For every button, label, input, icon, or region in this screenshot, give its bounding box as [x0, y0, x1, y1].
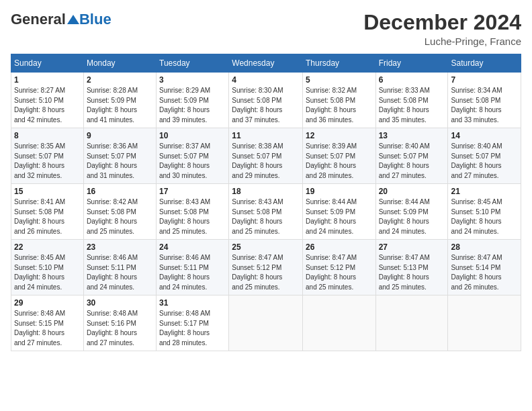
calendar-cell: 18Sunrise: 8:43 AM Sunset: 5:08 PM Dayli… — [229, 184, 303, 240]
calendar-cell: 12Sunrise: 8:39 AM Sunset: 5:07 PM Dayli… — [303, 128, 376, 184]
weekday-header: Monday — [83, 54, 156, 73]
calendar-cell: 15Sunrise: 8:41 AM Sunset: 5:08 PM Dayli… — [11, 184, 84, 240]
title-block: December 2024 Luche-Pringe, France — [363, 11, 521, 47]
weekday-header: Tuesday — [157, 54, 229, 73]
day-detail: Sunrise: 8:36 AM Sunset: 5:07 PM Dayligh… — [87, 142, 153, 181]
day-detail: Sunrise: 8:38 AM Sunset: 5:07 PM Dayligh… — [232, 142, 300, 181]
day-detail: Sunrise: 8:27 AM Sunset: 5:10 PM Dayligh… — [14, 86, 81, 125]
day-detail: Sunrise: 8:35 AM Sunset: 5:07 PM Dayligh… — [14, 142, 81, 181]
day-detail: Sunrise: 8:32 AM Sunset: 5:08 PM Dayligh… — [306, 86, 373, 125]
day-number: 3 — [159, 75, 226, 85]
day-detail: Sunrise: 8:39 AM Sunset: 5:07 PM Dayligh… — [306, 142, 373, 181]
day-number: 26 — [306, 242, 373, 252]
svg-marker-0 — [67, 15, 79, 24]
weekday-header: Sunday — [11, 54, 84, 73]
day-number: 24 — [159, 242, 226, 252]
day-number: 8 — [14, 131, 81, 140]
day-number: 23 — [87, 242, 153, 252]
day-detail: Sunrise: 8:43 AM Sunset: 5:08 PM Dayligh… — [232, 197, 300, 236]
calendar-cell: 3Sunrise: 8:29 AM Sunset: 5:09 PM Daylig… — [157, 73, 229, 128]
day-detail: Sunrise: 8:46 AM Sunset: 5:11 PM Dayligh… — [159, 253, 226, 292]
day-number: 19 — [306, 187, 373, 196]
logo-blue: Blue — [79, 11, 112, 28]
day-number: 30 — [87, 298, 153, 308]
day-number: 21 — [451, 187, 518, 196]
day-detail: Sunrise: 8:43 AM Sunset: 5:08 PM Dayligh… — [159, 197, 226, 236]
logo-text: General Blue — [11, 11, 112, 28]
month-title: December 2024 — [363, 11, 521, 34]
day-detail: Sunrise: 8:47 AM Sunset: 5:13 PM Dayligh… — [379, 253, 445, 292]
day-number: 27 — [379, 242, 445, 252]
calendar-cell: 1Sunrise: 8:27 AM Sunset: 5:10 PM Daylig… — [11, 73, 84, 128]
day-detail: Sunrise: 8:44 AM Sunset: 5:09 PM Dayligh… — [306, 197, 373, 236]
day-detail: Sunrise: 8:33 AM Sunset: 5:08 PM Dayligh… — [379, 86, 445, 125]
calendar-cell: 26Sunrise: 8:47 AM Sunset: 5:12 PM Dayli… — [303, 240, 376, 295]
calendar-cell: 27Sunrise: 8:47 AM Sunset: 5:13 PM Dayli… — [375, 240, 448, 295]
location: Luche-Pringe, France — [363, 36, 521, 47]
day-detail: Sunrise: 8:40 AM Sunset: 5:07 PM Dayligh… — [379, 142, 445, 181]
calendar-cell: 19Sunrise: 8:44 AM Sunset: 5:09 PM Dayli… — [303, 184, 376, 240]
day-number: 13 — [379, 131, 445, 140]
day-detail: Sunrise: 8:45 AM Sunset: 5:10 PM Dayligh… — [451, 197, 518, 236]
day-detail: Sunrise: 8:42 AM Sunset: 5:08 PM Dayligh… — [87, 197, 153, 236]
day-number: 22 — [14, 242, 81, 252]
day-detail: Sunrise: 8:29 AM Sunset: 5:09 PM Dayligh… — [159, 86, 226, 125]
calendar-cell: 10Sunrise: 8:37 AM Sunset: 5:07 PM Dayli… — [157, 128, 229, 184]
day-detail: Sunrise: 8:47 AM Sunset: 5:12 PM Dayligh… — [306, 253, 373, 292]
calendar-cell: 21Sunrise: 8:45 AM Sunset: 5:10 PM Dayli… — [448, 184, 521, 240]
calendar-cell: 20Sunrise: 8:44 AM Sunset: 5:09 PM Dayli… — [375, 184, 448, 240]
calendar-cell: 22Sunrise: 8:45 AM Sunset: 5:10 PM Dayli… — [11, 240, 84, 295]
day-number: 4 — [232, 75, 300, 85]
calendar-cell: 16Sunrise: 8:42 AM Sunset: 5:08 PM Dayli… — [83, 184, 156, 240]
day-detail: Sunrise: 8:47 AM Sunset: 5:12 PM Dayligh… — [232, 253, 300, 292]
calendar-cell: 8Sunrise: 8:35 AM Sunset: 5:07 PM Daylig… — [11, 128, 84, 184]
day-number: 15 — [14, 187, 81, 196]
calendar-cell: 2Sunrise: 8:28 AM Sunset: 5:09 PM Daylig… — [83, 73, 156, 128]
calendar-week-row: 29Sunrise: 8:48 AM Sunset: 5:15 PM Dayli… — [11, 295, 521, 351]
weekday-header: Saturday — [448, 54, 521, 73]
calendar-header-row: SundayMondayTuesdayWednesdayThursdayFrid… — [11, 54, 521, 73]
day-detail: Sunrise: 8:45 AM Sunset: 5:10 PM Dayligh… — [14, 253, 81, 292]
day-number: 2 — [87, 75, 153, 85]
calendar-table: SundayMondayTuesdayWednesdayThursdayFrid… — [11, 54, 521, 351]
day-number: 14 — [451, 131, 518, 140]
day-number: 5 — [306, 75, 373, 85]
day-detail: Sunrise: 8:41 AM Sunset: 5:08 PM Dayligh… — [14, 197, 81, 236]
day-number: 7 — [451, 75, 518, 85]
day-number: 10 — [159, 131, 226, 140]
day-detail: Sunrise: 8:48 AM Sunset: 5:17 PM Dayligh… — [159, 309, 226, 348]
calendar-cell — [448, 295, 521, 351]
day-detail: Sunrise: 8:46 AM Sunset: 5:11 PM Dayligh… — [87, 253, 153, 292]
calendar-cell: 17Sunrise: 8:43 AM Sunset: 5:08 PM Dayli… — [157, 184, 229, 240]
calendar-cell: 29Sunrise: 8:48 AM Sunset: 5:15 PM Dayli… — [11, 295, 84, 351]
calendar-cell: 5Sunrise: 8:32 AM Sunset: 5:08 PM Daylig… — [303, 73, 376, 128]
day-detail: Sunrise: 8:48 AM Sunset: 5:16 PM Dayligh… — [87, 309, 153, 348]
calendar-week-row: 15Sunrise: 8:41 AM Sunset: 5:08 PM Dayli… — [11, 184, 521, 240]
calendar-cell — [375, 295, 448, 351]
day-number: 11 — [232, 131, 300, 140]
day-number: 20 — [379, 187, 445, 196]
calendar-cell: 6Sunrise: 8:33 AM Sunset: 5:08 PM Daylig… — [375, 73, 448, 128]
day-number: 28 — [451, 242, 518, 252]
page-container: General Blue December 2024 Luche-Pringe,… — [0, 0, 532, 358]
calendar-cell: 4Sunrise: 8:30 AM Sunset: 5:08 PM Daylig… — [229, 73, 303, 128]
day-detail: Sunrise: 8:47 AM Sunset: 5:14 PM Dayligh… — [451, 253, 518, 292]
calendar-cell: 14Sunrise: 8:40 AM Sunset: 5:07 PM Dayli… — [448, 128, 521, 184]
day-number: 16 — [87, 187, 153, 196]
day-number: 25 — [232, 242, 300, 252]
calendar-week-row: 1Sunrise: 8:27 AM Sunset: 5:10 PM Daylig… — [11, 73, 521, 128]
weekday-header: Friday — [375, 54, 448, 73]
weekday-header: Thursday — [303, 54, 376, 73]
day-detail: Sunrise: 8:28 AM Sunset: 5:09 PM Dayligh… — [87, 86, 153, 125]
calendar-cell: 9Sunrise: 8:36 AM Sunset: 5:07 PM Daylig… — [83, 128, 156, 184]
day-number: 18 — [232, 187, 300, 196]
day-number: 1 — [14, 75, 81, 85]
day-number: 12 — [306, 131, 373, 140]
day-detail: Sunrise: 8:44 AM Sunset: 5:09 PM Dayligh… — [379, 197, 445, 236]
day-number: 9 — [87, 131, 153, 140]
calendar-cell — [303, 295, 376, 351]
day-detail: Sunrise: 8:48 AM Sunset: 5:15 PM Dayligh… — [14, 309, 81, 348]
day-number: 29 — [14, 298, 81, 308]
calendar-cell: 24Sunrise: 8:46 AM Sunset: 5:11 PM Dayli… — [157, 240, 229, 295]
weekday-header: Wednesday — [229, 54, 303, 73]
